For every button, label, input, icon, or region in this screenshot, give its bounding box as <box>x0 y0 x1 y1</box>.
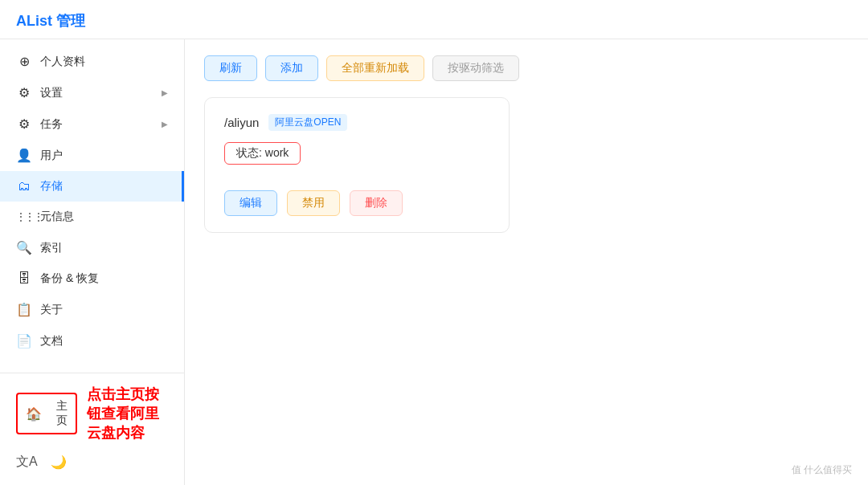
header: AList 管理 <box>0 0 868 39</box>
sidebar-item-index[interactable]: 🔍 索引 <box>0 232 184 263</box>
card-header: /aliyun 阿里云盘OPEN <box>224 114 489 131</box>
content-area: 刷新 添加 全部重新加载 按驱动筛选 /aliyun 阿里云盘OPEN 状态: … <box>185 39 868 485</box>
refresh-button[interactable]: 刷新 <box>204 55 257 81</box>
sidebar-item-meta[interactable]: ⋮⋮⋮ 元信息 <box>0 202 184 232</box>
sidebar-item-label: 备份 & 恢复 <box>40 271 168 286</box>
card-status: 状态: work <box>224 142 301 165</box>
sidebar-item-backup[interactable]: 🗄 备份 & 恢复 <box>0 263 184 294</box>
tasks-icon: ⚙ <box>16 116 32 132</box>
profile-icon: ⊕ <box>16 54 32 69</box>
sidebar-item-tasks[interactable]: ⚙ 任务 ▶ <box>0 108 184 140</box>
main-layout: ⊕ 个人资料 ⚙ 设置 ▶ ⚙ 任务 ▶ 👤 用户 🗂 存储 ⋮⋮⋮ 元信息 <box>0 39 868 485</box>
card-path: /aliyun <box>224 116 259 129</box>
sidebar-item-label: 关于 <box>40 303 168 317</box>
sidebar-item-profile[interactable]: ⊕ 个人资料 <box>0 46 184 77</box>
filter-button[interactable]: 按驱动筛选 <box>432 55 519 81</box>
sidebar-bottom: 🏠 主页 点击主页按钮查看阿里云盘内容 文A 🌙 <box>0 373 184 479</box>
sidebar-item-users[interactable]: 👤 用户 <box>0 140 184 171</box>
disable-button[interactable]: 禁用 <box>287 190 340 216</box>
sidebar-item-label: 任务 <box>40 117 162 132</box>
storage-card: /aliyun 阿里云盘OPEN 状态: work 编辑 禁用 删除 <box>204 97 510 233</box>
dark-mode-icon[interactable]: 🌙 <box>51 454 67 470</box>
docs-icon: 📄 <box>16 333 32 348</box>
chevron-right-icon: ▶ <box>162 88 168 97</box>
sidebar-item-label: 设置 <box>40 86 162 100</box>
sidebar-item-about[interactable]: 📋 关于 <box>0 294 184 325</box>
annotation-text: 点击主页按钮查看阿里云盘内容 <box>87 385 168 442</box>
card-badge: 阿里云盘OPEN <box>268 114 347 131</box>
reload-all-button[interactable]: 全部重新加载 <box>326 55 424 81</box>
sidebar-item-label: 个人资料 <box>40 55 168 69</box>
home-icon: 🏠 <box>26 406 42 422</box>
delete-button[interactable]: 删除 <box>350 190 403 216</box>
storage-icon: 🗂 <box>16 179 32 194</box>
user-icon: 👤 <box>16 148 32 163</box>
about-icon: 📋 <box>16 302 32 317</box>
settings-icon: ⚙ <box>16 85 32 100</box>
toolbar: 刷新 添加 全部重新加载 按驱动筛选 <box>204 55 849 81</box>
backup-icon: 🗄 <box>16 271 32 286</box>
sidebar: ⊕ 个人资料 ⚙ 设置 ▶ ⚙ 任务 ▶ 👤 用户 🗂 存储 ⋮⋮⋮ 元信息 <box>0 39 185 485</box>
add-button[interactable]: 添加 <box>265 55 318 81</box>
card-actions: 编辑 禁用 删除 <box>224 190 489 216</box>
home-label: 主页 <box>56 399 68 428</box>
app-title: AList 管理 <box>16 13 85 29</box>
sidebar-item-home[interactable]: 🏠 主页 <box>16 393 77 434</box>
sidebar-item-docs[interactable]: 📄 文档 <box>0 325 184 357</box>
sidebar-item-label: 用户 <box>40 149 168 163</box>
chevron-right-icon: ▶ <box>162 120 168 128</box>
sidebar-item-label: 文档 <box>40 334 168 348</box>
sidebar-footer: 文A 🌙 <box>0 446 184 479</box>
sidebar-item-label: 存储 <box>40 179 166 194</box>
translate-icon[interactable]: 文A <box>16 454 38 471</box>
edit-button[interactable]: 编辑 <box>224 190 277 216</box>
sidebar-item-label: 元信息 <box>40 210 168 224</box>
sidebar-item-storage[interactable]: 🗂 存储 <box>0 171 184 202</box>
sidebar-item-settings[interactable]: ⚙ 设置 ▶ <box>0 77 184 108</box>
meta-icon: ⋮⋮⋮ <box>16 211 32 222</box>
sidebar-item-label: 索引 <box>40 241 168 255</box>
search-icon: 🔍 <box>16 240 32 255</box>
watermark: 值 什么值得买 <box>792 463 852 477</box>
